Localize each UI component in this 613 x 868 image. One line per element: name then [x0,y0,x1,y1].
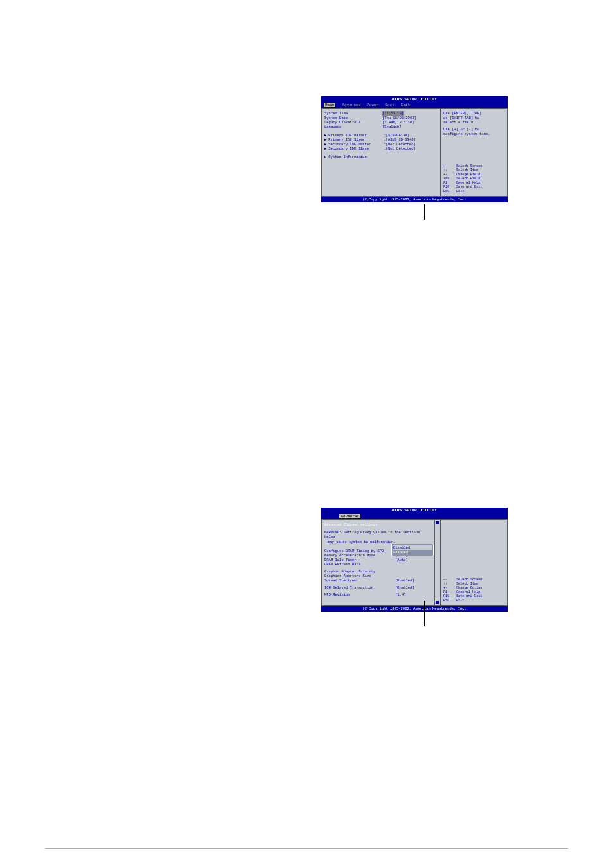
field-label[interactable]: Secondary IDE Slave [328,146,384,151]
bios-title: BIOS SETUP UTILITY [321,96,508,102]
tab-main[interactable]: Main [324,103,335,107]
warning-text: WARNING: Setting wrong values in the sec… [324,531,432,539]
help-text: select a field. [443,120,504,125]
field-label: Graphic Adapter Priority [324,569,382,574]
bios-right-panel: ←→Select Screen ↑↓Select Item +-Change O… [440,519,508,606]
field-value[interactable]: [Enabled] [395,578,414,583]
tab-advanced[interactable]: Advanced [339,514,360,518]
section-heading: Advanced Chipset settings [324,522,432,527]
help-text: configure system time. [443,132,504,136]
bios-menu-bar: Main Advanced [321,513,508,519]
field-value: :[Not Detected] [384,146,416,151]
bios-body: Advanced Chipset settings WARNING: Setti… [321,519,508,606]
field-label[interactable]: Secondary IDE Master [328,142,384,146]
document-page: BIOS SETUP UTILITY Main Advanced Power B… [0,0,613,868]
options-popup[interactable]: Disabled Enabled [391,544,434,556]
field-label[interactable]: Primary IDE Slave [328,137,384,142]
field-value[interactable]: [11:51:19] [382,111,404,116]
field-label: ICH Delayed Transaction [324,585,395,590]
field-value: :[ST320413A] [384,133,409,137]
help-text: or [SHIFT-TAB] to [443,116,504,120]
callout-line [424,204,425,220]
bios-footer: (C)Copyright 1985-2002, American Megatre… [321,197,508,202]
field-label: Graphics Aperture Size [324,574,382,578]
arrow-icon: ▶ [324,155,326,159]
tab-power[interactable]: Power [367,103,378,107]
tab-advanced[interactable]: Advanced [342,103,360,107]
field-label: Memory Acceleration Mode [324,553,395,558]
field-value: :[ASUS CD-S340] [384,137,416,142]
field-value[interactable]: [Auto] [395,558,408,562]
field-value[interactable]: [English] [382,125,402,129]
footer-divider [45,848,568,849]
bios-menu-bar: Main Advanced Power Boot Exit [321,102,508,108]
field-label: MPS Revision [324,592,395,597]
arrow-icon: ▶ [324,137,326,142]
field-label: Language [324,125,382,129]
key-desc: Exit [456,599,464,603]
callout-line [424,601,425,626]
field-label: DRAM Refresh Rate [324,562,395,567]
field-value[interactable]: [Thu 08/05/2003] [382,116,416,120]
bios-body: System Time[11:51:19] System Date[Thu 08… [321,108,508,197]
field-label: Spread Spectrum [324,578,395,583]
field-value[interactable]: [1.44M, 3.5 in] [382,120,414,125]
field-value[interactable]: [Enabled] [395,585,414,590]
field-label[interactable]: System Information [328,155,386,159]
bios-screenshot-advanced: BIOS SETUP UTILITY Main Advanced Advance… [321,508,508,612]
popup-option[interactable]: Disabled [393,545,432,550]
field-label[interactable]: Primary IDE Master [328,133,384,137]
key-label: ESC [443,190,456,194]
arrow-icon: ▶ [324,142,326,146]
key-label: ESC [443,599,456,603]
help-keys: ←→Select Screen ↑↓Select Item +-Change F… [443,164,504,194]
tab-exit[interactable]: Exit [401,103,410,107]
help-text: Use [ENTER], [TAB] [443,111,504,116]
bios-left-panel: System Time[11:51:19] System Date[Thu 08… [321,108,440,197]
bios-right-panel: Use [ENTER], [TAB] or [SHIFT-TAB] to sel… [440,108,508,197]
arrow-icon: ▶ [324,133,326,137]
bios-title: BIOS SETUP UTILITY [321,508,508,513]
bios-footer: (C)Copyright 1985-2002, American Megatre… [321,606,508,612]
help-text: Use [+] or [-] to [443,127,504,132]
arrow-icon: ▶ [324,146,326,151]
scrollbar[interactable] [435,519,440,606]
field-label: System Time [324,111,382,116]
field-label: System Date [324,116,382,120]
field-label: Legacy Diskette A [324,120,382,125]
field-label: Configure DRAM Timing by SPD [324,549,395,553]
field-label: DRAM Idle Timer [324,558,395,562]
field-value[interactable]: [1.4] [395,592,406,597]
tab-boot[interactable]: Boot [385,103,394,107]
popup-option[interactable]: Enabled [393,550,432,554]
field-value: :[Not Detected] [384,142,416,146]
bios-screenshot-main: BIOS SETUP UTILITY Main Advanced Power B… [321,96,508,202]
key-desc: Exit [456,190,464,194]
help-keys: ←→Select Screen ↑↓Select Item +-Change O… [443,578,504,603]
bios-left-panel: Advanced Chipset settings WARNING: Setti… [321,519,435,606]
